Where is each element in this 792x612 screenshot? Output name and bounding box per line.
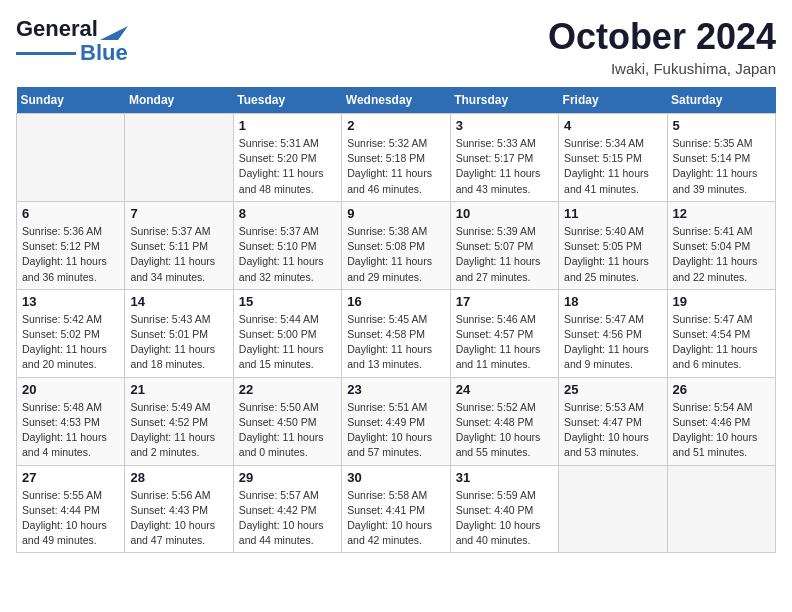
calendar-cell: 30 Sunrise: 5:58 AM Sunset: 4:41 PM Dayl…: [342, 465, 450, 553]
day-info: Sunrise: 5:54 AM Sunset: 4:46 PM Dayligh…: [673, 400, 770, 461]
logo-underline: [16, 52, 76, 55]
calendar-cell: 22 Sunrise: 5:50 AM Sunset: 4:50 PM Dayl…: [233, 377, 341, 465]
logo-general: General: [16, 16, 98, 42]
day-info: Sunrise: 5:46 AM Sunset: 4:57 PM Dayligh…: [456, 312, 553, 373]
calendar-cell: 13 Sunrise: 5:42 AM Sunset: 5:02 PM Dayl…: [17, 289, 125, 377]
day-number: 9: [347, 206, 444, 221]
weekday-header-row: SundayMondayTuesdayWednesdayThursdayFrid…: [17, 87, 776, 114]
calendar-cell: 31 Sunrise: 5:59 AM Sunset: 4:40 PM Dayl…: [450, 465, 558, 553]
day-info: Sunrise: 5:45 AM Sunset: 4:58 PM Dayligh…: [347, 312, 444, 373]
week-row-5: 27 Sunrise: 5:55 AM Sunset: 4:44 PM Dayl…: [17, 465, 776, 553]
calendar-cell: 16 Sunrise: 5:45 AM Sunset: 4:58 PM Dayl…: [342, 289, 450, 377]
week-row-1: 1 Sunrise: 5:31 AM Sunset: 5:20 PM Dayli…: [17, 114, 776, 202]
day-number: 2: [347, 118, 444, 133]
calendar-cell: 2 Sunrise: 5:32 AM Sunset: 5:18 PM Dayli…: [342, 114, 450, 202]
day-number: 13: [22, 294, 119, 309]
calendar-cell: 25 Sunrise: 5:53 AM Sunset: 4:47 PM Dayl…: [559, 377, 667, 465]
day-number: 25: [564, 382, 661, 397]
day-number: 7: [130, 206, 227, 221]
day-number: 16: [347, 294, 444, 309]
calendar-cell: 8 Sunrise: 5:37 AM Sunset: 5:10 PM Dayli…: [233, 201, 341, 289]
calendar-cell: 9 Sunrise: 5:38 AM Sunset: 5:08 PM Dayli…: [342, 201, 450, 289]
title-block: October 2024 Iwaki, Fukushima, Japan: [548, 16, 776, 77]
weekday-header-wednesday: Wednesday: [342, 87, 450, 114]
calendar-cell: [125, 114, 233, 202]
calendar-cell: 29 Sunrise: 5:57 AM Sunset: 4:42 PM Dayl…: [233, 465, 341, 553]
calendar-cell: 23 Sunrise: 5:51 AM Sunset: 4:49 PM Dayl…: [342, 377, 450, 465]
calendar-cell: 24 Sunrise: 5:52 AM Sunset: 4:48 PM Dayl…: [450, 377, 558, 465]
day-number: 15: [239, 294, 336, 309]
calendar-cell: 11 Sunrise: 5:40 AM Sunset: 5:05 PM Dayl…: [559, 201, 667, 289]
day-info: Sunrise: 5:48 AM Sunset: 4:53 PM Dayligh…: [22, 400, 119, 461]
calendar-cell: 21 Sunrise: 5:49 AM Sunset: 4:52 PM Dayl…: [125, 377, 233, 465]
day-info: Sunrise: 5:50 AM Sunset: 4:50 PM Dayligh…: [239, 400, 336, 461]
day-number: 21: [130, 382, 227, 397]
calendar-cell: 19 Sunrise: 5:47 AM Sunset: 4:54 PM Dayl…: [667, 289, 775, 377]
day-info: Sunrise: 5:33 AM Sunset: 5:17 PM Dayligh…: [456, 136, 553, 197]
day-number: 22: [239, 382, 336, 397]
weekday-header-saturday: Saturday: [667, 87, 775, 114]
month-title: October 2024: [548, 16, 776, 58]
day-number: 27: [22, 470, 119, 485]
day-info: Sunrise: 5:38 AM Sunset: 5:08 PM Dayligh…: [347, 224, 444, 285]
day-number: 24: [456, 382, 553, 397]
weekday-header-tuesday: Tuesday: [233, 87, 341, 114]
day-info: Sunrise: 5:35 AM Sunset: 5:14 PM Dayligh…: [673, 136, 770, 197]
day-info: Sunrise: 5:49 AM Sunset: 4:52 PM Dayligh…: [130, 400, 227, 461]
svg-marker-0: [100, 26, 128, 40]
day-number: 28: [130, 470, 227, 485]
weekday-header-thursday: Thursday: [450, 87, 558, 114]
calendar-cell: 1 Sunrise: 5:31 AM Sunset: 5:20 PM Dayli…: [233, 114, 341, 202]
calendar-cell: 3 Sunrise: 5:33 AM Sunset: 5:17 PM Dayli…: [450, 114, 558, 202]
day-info: Sunrise: 5:57 AM Sunset: 4:42 PM Dayligh…: [239, 488, 336, 549]
day-number: 3: [456, 118, 553, 133]
day-number: 17: [456, 294, 553, 309]
day-info: Sunrise: 5:34 AM Sunset: 5:15 PM Dayligh…: [564, 136, 661, 197]
page-header: General Blue October 2024 Iwaki, Fukushi…: [16, 16, 776, 77]
day-number: 1: [239, 118, 336, 133]
day-info: Sunrise: 5:36 AM Sunset: 5:12 PM Dayligh…: [22, 224, 119, 285]
calendar-cell: 12 Sunrise: 5:41 AM Sunset: 5:04 PM Dayl…: [667, 201, 775, 289]
day-number: 26: [673, 382, 770, 397]
day-number: 29: [239, 470, 336, 485]
week-row-3: 13 Sunrise: 5:42 AM Sunset: 5:02 PM Dayl…: [17, 289, 776, 377]
day-info: Sunrise: 5:52 AM Sunset: 4:48 PM Dayligh…: [456, 400, 553, 461]
calendar-table: SundayMondayTuesdayWednesdayThursdayFrid…: [16, 87, 776, 553]
day-number: 19: [673, 294, 770, 309]
day-info: Sunrise: 5:41 AM Sunset: 5:04 PM Dayligh…: [673, 224, 770, 285]
calendar-cell: 6 Sunrise: 5:36 AM Sunset: 5:12 PM Dayli…: [17, 201, 125, 289]
day-info: Sunrise: 5:44 AM Sunset: 5:00 PM Dayligh…: [239, 312, 336, 373]
day-info: Sunrise: 5:55 AM Sunset: 4:44 PM Dayligh…: [22, 488, 119, 549]
day-number: 6: [22, 206, 119, 221]
calendar-cell: 10 Sunrise: 5:39 AM Sunset: 5:07 PM Dayl…: [450, 201, 558, 289]
day-info: Sunrise: 5:58 AM Sunset: 4:41 PM Dayligh…: [347, 488, 444, 549]
day-number: 4: [564, 118, 661, 133]
logo: General Blue: [16, 16, 128, 66]
day-number: 30: [347, 470, 444, 485]
calendar-cell: 27 Sunrise: 5:55 AM Sunset: 4:44 PM Dayl…: [17, 465, 125, 553]
weekday-header-monday: Monday: [125, 87, 233, 114]
day-number: 12: [673, 206, 770, 221]
day-number: 14: [130, 294, 227, 309]
day-info: Sunrise: 5:39 AM Sunset: 5:07 PM Dayligh…: [456, 224, 553, 285]
day-info: Sunrise: 5:42 AM Sunset: 5:02 PM Dayligh…: [22, 312, 119, 373]
day-info: Sunrise: 5:47 AM Sunset: 4:54 PM Dayligh…: [673, 312, 770, 373]
logo-blue: Blue: [80, 40, 128, 66]
calendar-cell: 20 Sunrise: 5:48 AM Sunset: 4:53 PM Dayl…: [17, 377, 125, 465]
day-info: Sunrise: 5:51 AM Sunset: 4:49 PM Dayligh…: [347, 400, 444, 461]
day-number: 18: [564, 294, 661, 309]
weekday-header-sunday: Sunday: [17, 87, 125, 114]
day-info: Sunrise: 5:31 AM Sunset: 5:20 PM Dayligh…: [239, 136, 336, 197]
day-info: Sunrise: 5:40 AM Sunset: 5:05 PM Dayligh…: [564, 224, 661, 285]
calendar-cell: 4 Sunrise: 5:34 AM Sunset: 5:15 PM Dayli…: [559, 114, 667, 202]
day-number: 5: [673, 118, 770, 133]
day-info: Sunrise: 5:32 AM Sunset: 5:18 PM Dayligh…: [347, 136, 444, 197]
week-row-2: 6 Sunrise: 5:36 AM Sunset: 5:12 PM Dayli…: [17, 201, 776, 289]
calendar-cell: 7 Sunrise: 5:37 AM Sunset: 5:11 PM Dayli…: [125, 201, 233, 289]
calendar-cell: [667, 465, 775, 553]
day-number: 10: [456, 206, 553, 221]
week-row-4: 20 Sunrise: 5:48 AM Sunset: 4:53 PM Dayl…: [17, 377, 776, 465]
day-number: 20: [22, 382, 119, 397]
day-number: 23: [347, 382, 444, 397]
calendar-cell: 26 Sunrise: 5:54 AM Sunset: 4:46 PM Dayl…: [667, 377, 775, 465]
